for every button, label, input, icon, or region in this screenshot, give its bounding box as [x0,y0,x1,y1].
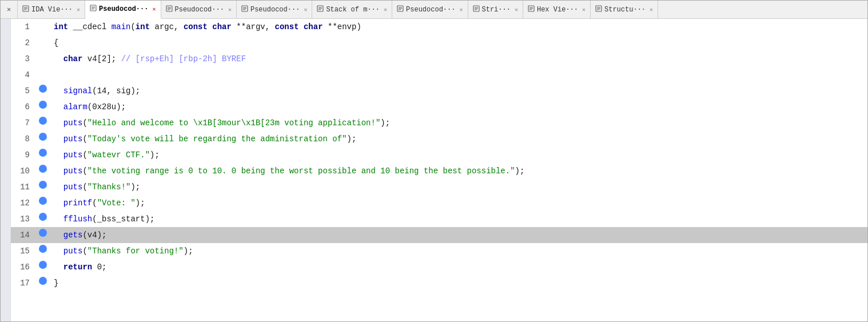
breakpoint-dot [39,229,47,237]
breakpoint-cell[interactable] [37,243,49,259]
tab-icon [90,5,97,13]
line-number: 11 [11,179,37,195]
code-token-kw: const [184,22,208,31]
tab-close-button[interactable]: ✕ [515,6,518,13]
breakpoint-dot [39,101,47,109]
tab-strings[interactable]: Stri···✕ [468,1,523,19]
code-token-fn: puts [63,247,83,256]
breakpoint-cell[interactable] [37,195,49,211]
code-token-str: "the voting range is 0 to 10. 0 being th… [87,166,515,176]
code-token-str: "watevr CTF." [87,150,150,160]
tab-label: Stri··· [482,6,511,14]
code-area[interactable]: 1int __cdecl main(int argc, const char *… [11,19,867,321]
breakpoint-cell[interactable] [37,275,49,291]
code-line: puts("Today's vote will be regarding the… [49,131,867,147]
tab-close-button[interactable]: ✕ [582,6,586,13]
table-row: 10 puts("the voting range is 0 to 10. 0 … [11,163,867,179]
tab-close-button[interactable]: ✕ [459,6,463,13]
code-token-plain: { [54,38,58,47]
code-token-fn: gets [63,230,83,240]
line-number: 16 [11,259,37,275]
breakpoint-cell[interactable] [37,67,49,83]
breakpoint-cell[interactable] [37,99,49,115]
tab-pseudocode-4[interactable]: Pseudocod···✕ [392,1,468,19]
breakpoint-cell[interactable] [37,259,49,275]
code-token-plain: (v4); [82,230,106,240]
tab-icon [473,5,480,14]
breakpoint-cell[interactable] [37,147,49,163]
code-token-str: "Today's vote will be regarding the admi… [87,134,347,144]
line-number: 17 [11,275,37,291]
tab-label: Pseudocod··· [99,5,148,13]
tab-close-button[interactable]: ✕ [152,6,156,13]
tab-hex-view[interactable]: Hex Vie···✕ [523,1,591,19]
code-line: char v4[2]; // [rsp+Eh] [rbp-2h] BYREF [49,51,867,67]
line-number: 2 [11,35,37,51]
tab-pseudocode-3[interactable]: Pseudocod···✕ [237,1,312,19]
tab-ida-view[interactable]: IDA Vie···✕ [18,1,85,19]
breakpoint-cell[interactable] [37,163,49,179]
breakpoint-cell[interactable] [37,115,49,131]
tab-label: Hex Vie··· [537,6,578,14]
table-row: 5 signal(14, sig); [11,83,867,99]
tab-icon [317,5,324,14]
code-token-plain: ( [130,22,135,31]
close-all-button[interactable]: ✕ [1,1,18,19]
code-line: puts("Hello and welcome to \x1B[3mour\x1… [49,115,867,131]
line-number: 15 [11,243,37,259]
code-token-fn: puts [63,182,83,192]
code-line: alarm(0x28u); [49,99,867,115]
code-token-plain: v4[2]; [82,54,121,63]
table-row: 13 fflush(_bss_start); [11,211,867,227]
line-number: 13 [11,211,37,227]
line-number: 5 [11,83,37,99]
tab-close-button[interactable]: ✕ [228,6,232,13]
table-row: 2{ [11,35,867,51]
tab-close-button[interactable]: ✕ [650,6,653,13]
tab-close-button[interactable]: ✕ [77,6,80,13]
breakpoint-cell[interactable] [37,179,49,195]
code-token-plain [299,22,304,31]
tab-label: Pseudocod··· [406,6,455,14]
breakpoint-cell[interactable] [37,83,49,99]
code-line: int __cdecl main(int argc, const char **… [49,19,867,35]
table-row: 1int __cdecl main(int argc, const char *… [11,19,867,35]
breakpoint-dot [39,117,47,125]
tab-pseudocode-2[interactable]: Pseudocod···✕ [161,1,237,19]
table-row: 14 gets(v4); [11,227,867,243]
breakpoint-dot [39,261,47,269]
breakpoint-dot [39,85,47,93]
code-token-plain [54,230,63,240]
breakpoint-cell[interactable] [37,19,49,35]
breakpoint-cell[interactable] [37,227,49,243]
code-token-fn: main [112,22,131,31]
main-window: ✕ IDA Vie···✕Pseudocod···✕Pseudocod···✕P… [0,0,868,322]
tab-close-button[interactable]: ✕ [384,6,387,13]
line-number: 14 [11,227,37,243]
code-token-fn: printf [63,198,92,208]
code-token-plain: 0; [92,263,106,272]
tab-close-button[interactable]: ✕ [304,6,307,13]
table-row: 17} [11,275,867,291]
code-token-cmt: // [rsp+Eh] [rbp-2h] BYREF [121,54,246,63]
line-number: 1 [11,19,37,35]
code-token-kw: char [63,54,83,63]
code-token-plain: ( [82,166,87,176]
code-token-kw: char [212,22,232,31]
tab-pseudocode-1[interactable]: Pseudocod···✕ [85,1,161,19]
code-token-plain: (_bss_start); [92,214,154,224]
breakpoint-cell[interactable] [37,35,49,51]
tab-stack-of-m[interactable]: Stack of m···✕ [312,1,392,19]
code-token-plain [54,214,63,224]
code-line: } [49,275,867,291]
tab-structures[interactable]: Structu···✕ [591,1,658,19]
line-number: 7 [11,115,37,131]
tab-label: Pseudocod··· [250,6,300,14]
code-token-plain: __cdecl [68,22,112,31]
breakpoint-cell[interactable] [37,211,49,227]
breakpoint-cell[interactable] [37,51,49,67]
code-token-plain: ( [82,134,87,144]
breakpoint-cell[interactable] [37,131,49,147]
code-line: printf("Vote: "); [49,195,867,211]
code-line: puts("the voting range is 0 to 10. 0 bei… [49,163,867,179]
